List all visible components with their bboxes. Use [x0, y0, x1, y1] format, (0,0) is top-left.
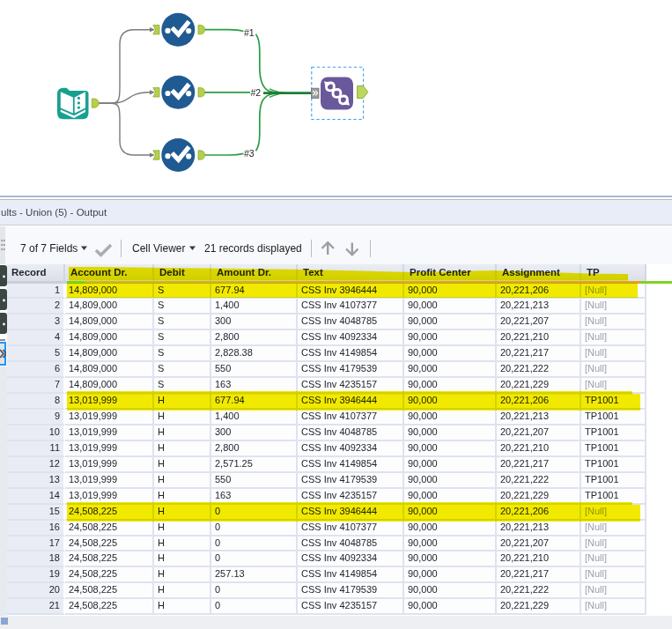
svg-text:#3: #3: [244, 148, 255, 159]
svg-text:#2: #2: [251, 87, 262, 98]
svg-text:#1: #1: [244, 27, 255, 38]
